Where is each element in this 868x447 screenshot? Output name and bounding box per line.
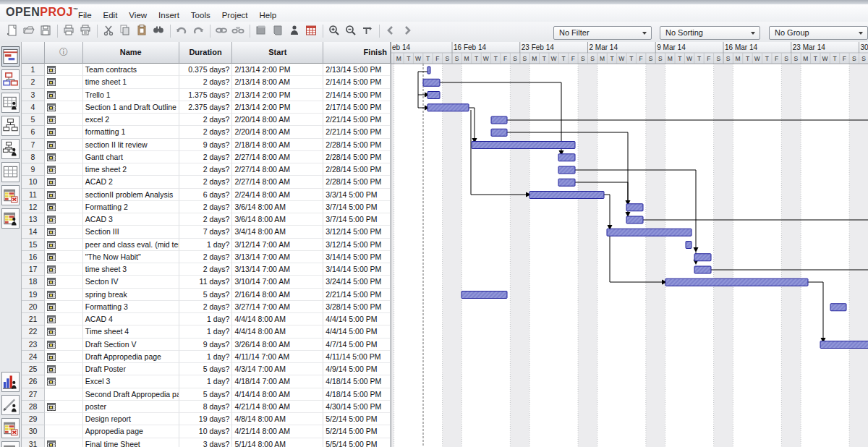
task-name-cell[interactable]: Team contracts [83, 64, 179, 76]
task-name-cell[interactable]: Section III [83, 226, 179, 238]
task-start-cell[interactable]: 3/6/14 8:00 AM [232, 201, 323, 213]
task-name-cell[interactable]: excel 2 [83, 114, 179, 126]
find-button[interactable] [152, 24, 166, 38]
sidebar-resource-usage-view-button[interactable] [1, 208, 20, 229]
menu-insert[interactable]: Insert [158, 11, 179, 20]
table-row[interactable]: 6formatting 12 days?2/20/14 8:00 AM2/21/… [22, 126, 391, 138]
sidebar-task-usage-view-button[interactable] [1, 185, 20, 205]
previous-button[interactable] [384, 24, 399, 38]
column-header-row-number[interactable] [22, 42, 45, 64]
task-finish-cell[interactable]: 5/2/14 5:00 PM [323, 425, 391, 438]
task-finish-cell[interactable]: 3/14/14 5:00 PM [323, 251, 391, 263]
task-notes-button[interactable] [271, 24, 286, 38]
task-finish-cell[interactable]: 4/4/14 5:00 PM [323, 325, 391, 338]
task-duration-cell[interactable]: 1 day? [179, 239, 233, 251]
task-name-cell[interactable]: formatting 1 [83, 126, 179, 138]
paste-button[interactable] [135, 24, 150, 38]
menu-view[interactable]: View [129, 11, 147, 20]
task-type-cell[interactable] [45, 363, 83, 375]
task-start-cell[interactable]: 3/26/14 8:00 AM [232, 339, 323, 351]
task-bar-row-1[interactable] [427, 67, 430, 74]
task-duration-cell[interactable]: 7 days? [179, 226, 233, 238]
task-start-cell[interactable]: 2/13/14 8:00 AM [232, 76, 323, 88]
task-bar-row-19[interactable] [461, 291, 507, 299]
task-type-cell[interactable] [45, 64, 83, 76]
task-bar-row-17[interactable] [694, 266, 711, 273]
save-button[interactable] [39, 24, 54, 38]
sidebar-resources-view-button[interactable] [1, 93, 20, 113]
menu-project[interactable]: Project [222, 11, 248, 20]
task-name-cell[interactable]: Excel 3 [83, 375, 179, 388]
task-name-cell[interactable]: spring break [83, 289, 179, 301]
row-number-cell[interactable]: 12 [22, 201, 45, 213]
group-dropdown[interactable]: No Group [769, 26, 868, 40]
row-number-cell[interactable]: 20 [22, 301, 45, 313]
table-row[interactable]: 10ACAD 22 days?2/27/14 8:00 AM2/28/14 5:… [22, 176, 391, 188]
row-number-cell[interactable]: 18 [22, 276, 45, 288]
zoom-in-button[interactable] [328, 24, 342, 38]
open-button[interactable] [22, 24, 37, 38]
task-start-cell[interactable]: 3/12/14 7:00 AM [232, 239, 323, 251]
row-number-cell[interactable]: 5 [22, 114, 45, 126]
task-type-cell[interactable] [45, 425, 83, 438]
task-bar-row-10[interactable] [558, 179, 575, 186]
task-finish-cell[interactable]: 3/12/14 5:00 PM [323, 239, 391, 251]
task-duration-cell[interactable]: 5 days? [179, 388, 233, 401]
task-bar-row-20[interactable] [830, 304, 846, 311]
task-duration-cell[interactable]: 2 days? [179, 163, 233, 176]
task-duration-cell[interactable]: 0.375 days? [179, 64, 233, 76]
task-start-cell[interactable]: 2/27/14 8:00 AM [232, 176, 323, 188]
task-finish-cell[interactable]: 4/11/14 5:00 PM [323, 351, 391, 363]
task-start-cell[interactable]: 4/4/14 8:00 AM [232, 313, 323, 325]
row-number-cell[interactable]: 21 [22, 313, 45, 325]
task-type-cell[interactable] [45, 114, 83, 126]
task-bar-row-3[interactable] [427, 92, 440, 99]
task-duration-cell[interactable]: 8 days? [179, 401, 233, 413]
table-row[interactable]: 31Final time Sheet3 days?5/1/14 8:00 AM5… [22, 438, 391, 447]
task-type-cell[interactable] [45, 139, 83, 151]
row-number-cell[interactable]: 24 [22, 351, 45, 363]
task-start-cell[interactable]: 2/18/14 8:00 AM [232, 139, 323, 151]
task-start-cell[interactable]: 2/20/14 8:00 AM [232, 126, 323, 138]
table-row[interactable]: 2time sheet 12 days?2/13/14 8:00 AM2/14/… [22, 76, 391, 88]
task-duration-cell[interactable]: 5 days? [179, 289, 233, 301]
task-type-cell[interactable] [45, 276, 83, 288]
task-finish-cell[interactable]: 2/14/14 5:00 PM [323, 89, 391, 101]
task-type-cell[interactable] [45, 163, 83, 176]
row-number-cell[interactable]: 31 [22, 438, 45, 447]
task-name-cell[interactable]: Secton IV [83, 276, 179, 288]
column-header-name[interactable]: Name [83, 42, 179, 64]
task-start-cell[interactable]: 2/13/14 2:00 PM [232, 89, 323, 101]
task-duration-cell[interactable]: 2 days? [179, 114, 233, 126]
task-name-cell[interactable]: Section 1 and Draft Outline [83, 101, 179, 114]
sidebar-task-usage-detail-view-button[interactable] [1, 418, 20, 438]
task-name-cell[interactable]: ACAD 4 [83, 313, 179, 325]
gantt-chart[interactable]: eb 14MTWTFS16 Feb 14SMTWTFS23 Feb 14SMTW… [391, 42, 868, 447]
task-bar-row-15[interactable] [686, 242, 692, 249]
sidebar-wbs-view-button[interactable] [1, 116, 20, 136]
table-row[interactable]: 8Gantt chart2 days?2/27/14 8:00 AM2/28/1… [22, 151, 391, 163]
unlink-button[interactable] [231, 24, 246, 38]
task-finish-cell[interactable]: 4/30/14 5:00 PM [323, 401, 391, 413]
task-finish-cell[interactable]: 2/21/14 5:00 PM [323, 126, 391, 138]
task-name-cell[interactable]: Draft Poster [83, 363, 179, 375]
menu-file[interactable]: File [78, 11, 92, 20]
filter-dropdown[interactable]: No Filter [553, 26, 652, 40]
task-start-cell[interactable]: 2/27/14 8:00 AM [232, 151, 323, 163]
task-type-cell[interactable] [45, 413, 83, 425]
task-start-cell[interactable]: 4/4/14 8:00 AM [232, 325, 323, 338]
task-type-cell[interactable] [45, 239, 83, 251]
task-duration-cell[interactable]: 1 day? [179, 375, 233, 388]
task-start-cell[interactable]: 3/6/14 8:00 AM [232, 213, 323, 226]
task-start-cell[interactable]: 3/13/14 7:00 AM [232, 251, 323, 263]
task-name-cell[interactable]: section II lit review [83, 139, 179, 151]
task-name-cell[interactable]: Formatting 2 [83, 201, 179, 213]
task-start-cell[interactable]: 5/1/14 8:00 AM [232, 438, 323, 447]
print-button[interactable] [62, 24, 77, 38]
task-duration-cell[interactable]: 2 days? [179, 151, 233, 163]
table-row[interactable]: 1Team contracts0.375 days?2/13/14 2:00 P… [22, 64, 391, 76]
task-assign-button[interactable] [255, 24, 269, 38]
task-name-cell[interactable]: sectionII problem Analysis [83, 189, 179, 201]
table-row[interactable]: 22Time sheet 41 day?4/4/14 8:00 AM4/4/14… [22, 325, 391, 338]
row-number-cell[interactable]: 13 [22, 213, 45, 226]
